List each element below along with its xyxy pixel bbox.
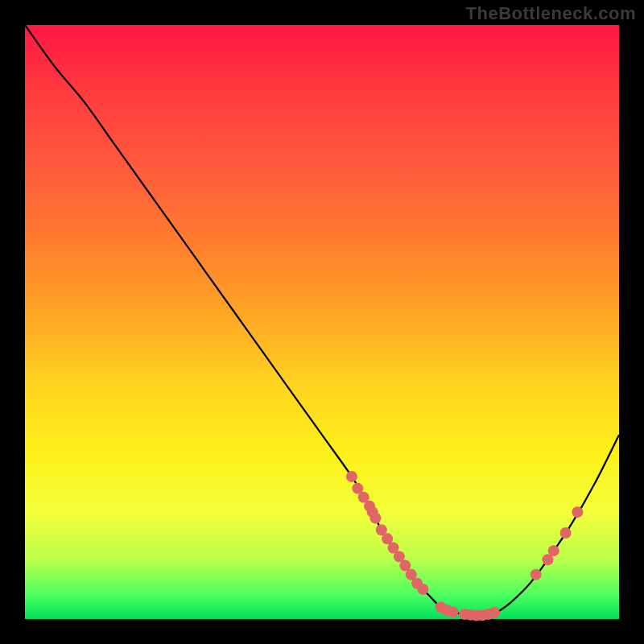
data-dot bbox=[417, 584, 428, 595]
data-dot bbox=[530, 569, 542, 580]
chart-frame: TheBottleneck.com bbox=[0, 0, 644, 644]
data-dot bbox=[447, 606, 458, 617]
data-dot bbox=[560, 527, 572, 539]
data-dot bbox=[489, 607, 500, 618]
bottleneck-curve bbox=[25, 25, 619, 616]
watermark-label: TheBottleneck.com bbox=[466, 3, 636, 24]
data-dot bbox=[369, 513, 381, 524]
data-dot bbox=[548, 545, 559, 556]
curve-svg bbox=[25, 25, 619, 619]
data-dot bbox=[346, 471, 357, 482]
plot-area bbox=[25, 25, 619, 619]
data-dot bbox=[572, 506, 583, 518]
data-dots bbox=[346, 471, 583, 621]
